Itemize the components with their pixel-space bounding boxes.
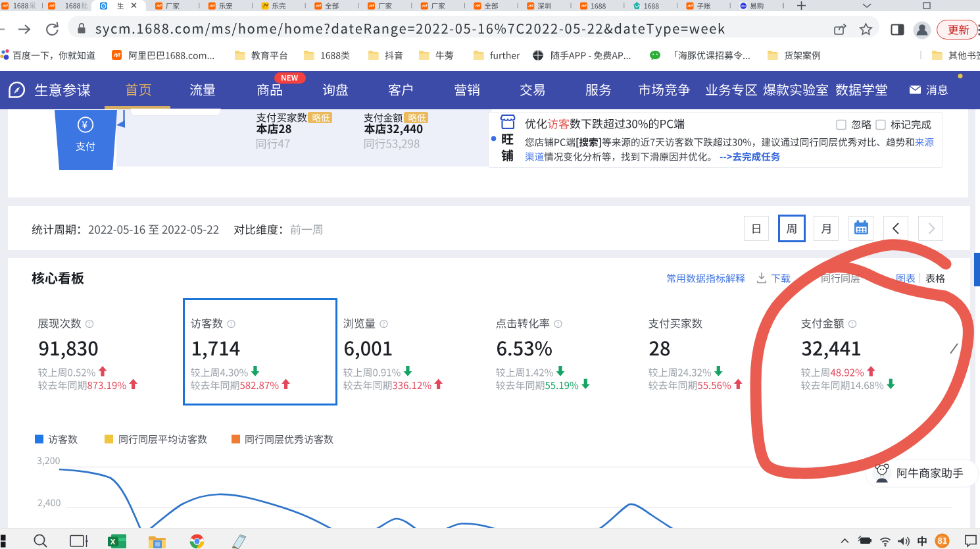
svg-text:X: X [110, 538, 116, 546]
svg-text:du: du [741, 4, 746, 8]
